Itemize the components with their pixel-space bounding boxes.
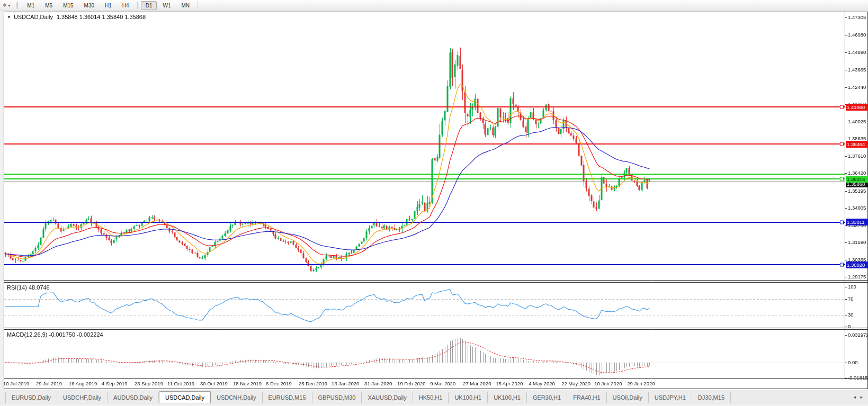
price-axis-label: 1.29175 (848, 274, 866, 279)
date-axis-label: 31 Jan 2020 (364, 381, 392, 386)
tab-eurusd-m15[interactable]: EURUSD,M15 (263, 392, 312, 403)
date-axis-label: 4 Sep 2019 (102, 381, 128, 386)
price-badge-1-33011: 1.33011 (846, 219, 868, 225)
price-axis-label: 1.46080 (848, 32, 866, 38)
price-axis-label: 1.31590 (848, 239, 866, 245)
toolbar-separator (198, 2, 198, 9)
price-axis-label: 1.43665 (848, 67, 866, 73)
macd-axis-label: 0.032972 (848, 332, 868, 338)
timeframe-button-w1[interactable]: W1 (158, 1, 175, 10)
price-axis-label: 1.42440 (848, 84, 866, 90)
price-axis-label: 1.34005 (848, 205, 866, 211)
price-badge-1-30020: 1.30020 (846, 261, 868, 268)
date-axis-label: 25 Dec 2019 (299, 381, 327, 386)
tab-gbpusd-m30[interactable]: GBPUSD,M30 (312, 392, 362, 403)
price-axis-label: 1.36420 (848, 170, 866, 176)
date-axis-label: 30 Oct 2019 (200, 381, 228, 386)
date-axis-label: 19 Feb 2020 (397, 381, 425, 386)
tab-usdcnh-daily[interactable]: USDCNH,Daily (211, 392, 263, 403)
chart-title: ▼USDCAD,Daily1.35848 1.36014 1.35840 1.3… (7, 14, 146, 20)
timeframe-button-m15[interactable]: M15 (58, 1, 78, 10)
timeframe-toolbar: ⌖ ▾ M1M5M15M30H1H4D1W1MN (0, 0, 868, 11)
toolbar-dropdown-arrow-icon[interactable]: ▾ (8, 3, 10, 8)
chart-canvas[interactable] (0, 0, 868, 406)
tab-dj30-m15[interactable]: DJ30,M15 (692, 392, 731, 403)
tab-scroll-right-icon[interactable]: ▸ (860, 394, 863, 400)
tab-fra40-h1[interactable]: FRA40,H1 (567, 392, 606, 403)
tab-usdcad-daily[interactable]: USDCAD,Daily (159, 391, 211, 403)
macd-axis-label: 0.00 (848, 359, 858, 365)
date-axis-label: 6 Dec 2019 (266, 381, 292, 386)
tab-hk50-h1[interactable]: HK50,H1 (413, 392, 449, 403)
price-badge-1-41060: 1.41060 (846, 104, 868, 111)
rsi-axis-label: 0 (848, 323, 851, 329)
date-axis-label: 9 Mar 2020 (430, 381, 455, 386)
rsi-label: RSI(14) 48.0746 (7, 284, 50, 291)
timeframe-button-d1[interactable]: D1 (141, 1, 157, 10)
timeframe-buttons: M1M5M15M30H1H4D1W1MN (22, 1, 201, 10)
macd-label: MACD(12,26,9) -0.001750 -0.002224 (7, 331, 103, 338)
price-badge-1-38464: 1.38464 (846, 141, 868, 148)
rsi-axis-label: 70 (848, 296, 854, 302)
date-axis-label: 13 Jan 2020 (332, 381, 359, 386)
tab-audusd-daily[interactable]: AUDUSD,Daily (108, 392, 159, 403)
date-axis-label: 29 Jul 2019 (36, 381, 62, 386)
tab-usoil-daily[interactable]: USOil,Daily (607, 392, 649, 403)
chart-ohlc-values: 1.35848 1.36014 1.35840 1.35868 (57, 14, 146, 20)
tab-usdchf-daily[interactable]: USDCHF,Daily (57, 392, 108, 403)
date-axis-label: 27 Mar 2020 (463, 381, 491, 386)
date-axis-label: 11 Oct 2019 (167, 381, 194, 386)
price-axis-label: 1.37610 (848, 153, 866, 159)
timeframe-button-h1[interactable]: H1 (100, 1, 117, 10)
date-axis-label: 15 Apr 2020 (496, 381, 523, 386)
date-axis-label: 29 Jun 2020 (627, 381, 655, 386)
toolbar-separator (137, 2, 138, 9)
date-axis-label: 10 Jun 2020 (594, 381, 622, 386)
date-axis-label: 4 May 2020 (529, 381, 555, 386)
chart-tabbar: EURUSD,DailyUSDCHF,DailyAUDUSD,DailyUSDC… (0, 391, 868, 403)
tab-scroll-arrows: ◂ ▸ (850, 394, 863, 400)
chart-symbol-label: USDCAD,Daily (14, 14, 53, 20)
rsi-indicator-name: RSI(14) (7, 284, 27, 291)
date-axis-label: 23 Sep 2019 (135, 381, 163, 386)
tab-uk100-h1[interactable]: UK100,H1 (488, 392, 527, 403)
tab-xauusd-daily[interactable]: XAUUSD,Daily (362, 392, 413, 403)
chart-tabs: EURUSD,DailyUSDCHF,DailyAUDUSD,DailyUSDC… (5, 391, 731, 403)
date-axis-label: 10 Jul 2019 (3, 381, 29, 386)
toolbar-grip-handle[interactable] (16, 2, 18, 9)
price-axis-label: 1.40025 (848, 119, 866, 124)
date-axis-label: 22 May 2020 (561, 381, 590, 386)
timeframe-button-m5[interactable]: M5 (40, 1, 57, 10)
rsi-current-value: 48.0746 (29, 284, 50, 291)
price-badge-1-36015: 1.36015 (846, 176, 868, 183)
price-axis-label: 1.44890 (848, 49, 866, 55)
timeframe-button-mn[interactable]: MN (176, 1, 194, 10)
tab-ger30-h1[interactable]: GER30,H1 (527, 392, 567, 403)
macd-axis-label: -0.018154 (848, 375, 868, 381)
price-axis-label: 1.47305 (848, 14, 866, 20)
macd-indicator-name: MACD(12,26,9) (7, 331, 47, 338)
tab-eurusd-daily[interactable]: EURUSD,Daily (5, 392, 57, 403)
rsi-axis-label: 30 (848, 312, 854, 318)
crosshair-tool-icon[interactable]: ⌖ (3, 1, 6, 10)
timeframe-button-m1[interactable]: M1 (22, 1, 39, 10)
date-axis-label: 18 Nov 2019 (233, 381, 262, 386)
rsi-axis-label: 100 (848, 284, 856, 290)
price-axis-label: 1.35195 (848, 188, 866, 194)
timeframe-button-h4[interactable]: H4 (118, 1, 134, 10)
date-axis-label: 16 Aug 2019 (69, 381, 97, 386)
tab-usdjpy-h1[interactable]: USDJPY,H1 (649, 392, 692, 403)
macd-current-values: -0.001750 -0.002224 (49, 331, 103, 338)
chart-dropdown-icon[interactable]: ▼ (7, 15, 11, 20)
timeframe-button-m30[interactable]: M30 (79, 1, 99, 10)
tab-scroll-left-icon[interactable]: ◂ (853, 394, 856, 400)
tab-uk100-h1[interactable]: UK100,H1 (449, 392, 488, 403)
